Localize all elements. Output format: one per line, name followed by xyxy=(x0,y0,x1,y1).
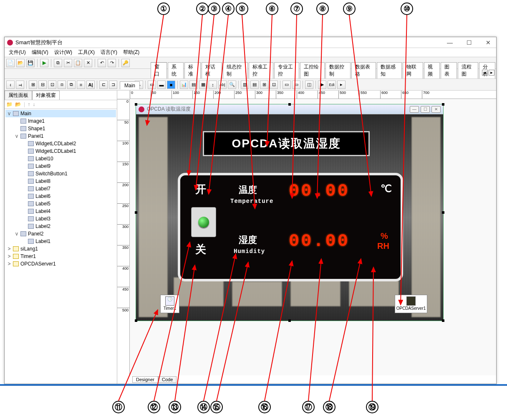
palette-item-icon[interactable]: ▦ xyxy=(199,81,207,89)
tree-node[interactable]: >OPCDAServer1 xyxy=(5,260,116,268)
open-button[interactable]: 📂 xyxy=(16,59,25,67)
palette-item-icon[interactable]: 📊 xyxy=(180,81,188,89)
tree-node[interactable]: WidgetLCDLabel2 xyxy=(5,140,116,147)
layout-tool-icon[interactable]: ⊏ xyxy=(99,81,108,89)
paste-button[interactable]: 📋 xyxy=(74,59,82,67)
switch-button[interactable] xyxy=(191,207,216,237)
text-tool-icon[interactable]: A| xyxy=(86,81,95,89)
new-button[interactable]: 📄 xyxy=(6,59,15,67)
tree-node[interactable]: Image1 xyxy=(5,117,116,125)
palette-tab-flow[interactable]: 流程图 xyxy=(458,62,478,78)
save-button[interactable]: 💾 xyxy=(26,59,35,67)
palette-scroll-left[interactable]: ◄ xyxy=(482,70,488,76)
tab-object-view[interactable]: 对象视窗 xyxy=(32,91,60,100)
delete-button[interactable]: ✕ xyxy=(84,59,92,67)
tree-node[interactable]: vPanel2 xyxy=(5,230,116,238)
palette-item-icon[interactable]: ⊡ xyxy=(270,81,278,89)
object-tree[interactable]: vMain Image1 Shape1vPanel1 WidgetLCDLabe… xyxy=(5,109,117,384)
tree-node[interactable]: WidgetLCDLabel1 xyxy=(5,147,116,155)
palette-item-icon[interactable]: ▤ xyxy=(250,81,259,89)
palette-tab-proind[interactable]: 专业工控 xyxy=(274,62,299,78)
menu-edit[interactable]: 编辑(V) xyxy=(29,49,51,56)
tree-node[interactable]: Label10 xyxy=(5,155,116,162)
menu-file[interactable]: 文件(U) xyxy=(6,49,28,56)
copy-button[interactable]: ⧉ xyxy=(54,59,62,67)
form-titlebar[interactable]: OPCDA 读取温湿度 — ☐ ✕ xyxy=(136,104,443,114)
close-button[interactable]: ✕ xyxy=(483,39,494,46)
align-tool-icon[interactable]: ⫞ xyxy=(6,81,15,89)
palette-item-icon[interactable]: ▭ xyxy=(148,81,156,89)
lp-tool-icon[interactable]: 📂 xyxy=(15,101,21,107)
menu-tools[interactable]: 工具(X) xyxy=(76,49,97,56)
tab-code[interactable]: Code xyxy=(158,376,177,383)
tab-designer[interactable]: Designer xyxy=(132,376,158,383)
selection-handle[interactable] xyxy=(442,211,444,214)
selection-handle[interactable] xyxy=(442,103,444,106)
layout-tool-icon[interactable]: ⊟ xyxy=(38,81,47,89)
lp-move-up-icon[interactable]: ↑ xyxy=(28,101,30,107)
selection-handle[interactable] xyxy=(135,103,137,106)
palette-item-icon[interactable]: 🔍 xyxy=(228,81,236,89)
redo-button[interactable]: ↷ xyxy=(108,59,116,67)
tree-node[interactable]: >siLang1 xyxy=(5,245,116,253)
opcda-form[interactable]: OPCDA 读取温湿度 — ☐ ✕ xyxy=(136,104,444,321)
palette-item-icon[interactable]: ◫ xyxy=(305,81,313,89)
tree-node[interactable]: Label6 xyxy=(5,192,116,200)
undo-button[interactable]: ↶ xyxy=(98,59,106,67)
tree-node[interactable]: Label2 xyxy=(5,223,116,230)
palette-item-icon[interactable]: ▬ xyxy=(157,81,166,89)
palette-item-icon[interactable]: Edi xyxy=(328,81,336,89)
palette-tab-datasense[interactable]: 数据感知 xyxy=(377,62,401,78)
palette-tab-scada[interactable]: 组态控制 xyxy=(223,62,247,78)
palette-item-icon[interactable]: Ab| xyxy=(218,81,227,89)
form-maximize-icon[interactable]: ☐ xyxy=(421,106,430,113)
palette-item-icon[interactable]: ▤ xyxy=(189,81,198,89)
selection-handle[interactable] xyxy=(288,319,291,322)
selection-handle[interactable] xyxy=(442,319,444,322)
palette-tab-chart[interactable]: 图表 xyxy=(441,62,457,78)
tree-node[interactable]: SwitchButton1 xyxy=(5,170,116,177)
opcda-component[interactable]: OPCDAServer1 xyxy=(395,295,427,313)
palette-tab-stdind[interactable]: 标准工控 xyxy=(249,62,273,78)
palette-item-icon[interactable]: ⊞ xyxy=(260,81,268,89)
palette-tab-dialog[interactable]: 对话框 xyxy=(202,62,222,78)
palette-item-icon[interactable]: ▭ xyxy=(292,81,300,89)
tree-node[interactable]: vPanel1 xyxy=(5,132,116,140)
lp-move-down-icon[interactable]: ↓ xyxy=(33,101,35,107)
selection-handle[interactable] xyxy=(135,211,137,214)
palette-item-icon[interactable]: ▥ xyxy=(241,81,249,89)
tree-node[interactable]: Shape1 xyxy=(5,125,116,132)
palette-tab-video[interactable]: 视频 xyxy=(424,62,440,78)
tree-node[interactable]: Label5 xyxy=(5,200,116,207)
palette-tab-system[interactable]: 系统 xyxy=(168,62,184,78)
titlebar[interactable]: Smart智慧控制平台 — ☐ ✕ xyxy=(5,37,496,48)
menu-help[interactable]: 帮助(Z) xyxy=(121,49,142,56)
tree-node[interactable]: Label7 xyxy=(5,185,116,192)
doc-tab-main[interactable]: Main xyxy=(120,81,140,89)
tree-node[interactable]: vMain xyxy=(5,110,116,117)
design-canvas[interactable]: OPCDA 读取温湿度 — ☐ ✕ xyxy=(130,99,496,375)
layout-tool-icon[interactable]: ⊐ xyxy=(109,81,117,89)
layout-tool-icon[interactable]: ⧈ xyxy=(58,81,66,89)
palette-item-icon[interactable]: ↕ xyxy=(209,81,217,89)
palette-tab-iot[interactable]: 物联网 xyxy=(403,62,423,78)
tree-node[interactable]: >Timer1 xyxy=(5,253,116,260)
lp-tool-icon[interactable]: 📁 xyxy=(6,101,13,107)
palette-tab-standard[interactable]: 标准 xyxy=(184,62,201,78)
tree-node[interactable]: Label3 xyxy=(5,215,116,223)
menu-lang[interactable]: 语言(Y) xyxy=(98,49,120,56)
palette-tab-datactrl[interactable]: 数据控制 xyxy=(325,62,350,78)
palette-tab-datatable[interactable]: 数据表格 xyxy=(351,62,376,78)
align-tool-icon[interactable]: ⫤ xyxy=(16,81,24,89)
selection-handle[interactable] xyxy=(288,103,291,106)
tree-node[interactable]: Label1 xyxy=(5,238,116,245)
tree-node[interactable]: Label4 xyxy=(5,207,116,215)
palette-tab-inddraw[interactable]: 工控绘图 xyxy=(300,62,325,78)
palette-tab-window[interactable]: 窗口 xyxy=(151,62,167,78)
form-minimize-icon[interactable]: — xyxy=(410,106,419,113)
tree-node[interactable]: Label8 xyxy=(5,177,116,185)
layout-tool-icon[interactable]: ≡ xyxy=(77,81,85,89)
palette-item-icon[interactable]: ▭ xyxy=(283,81,291,89)
minimize-button[interactable]: — xyxy=(444,39,455,46)
form-close-icon[interactable]: ✕ xyxy=(431,106,441,113)
